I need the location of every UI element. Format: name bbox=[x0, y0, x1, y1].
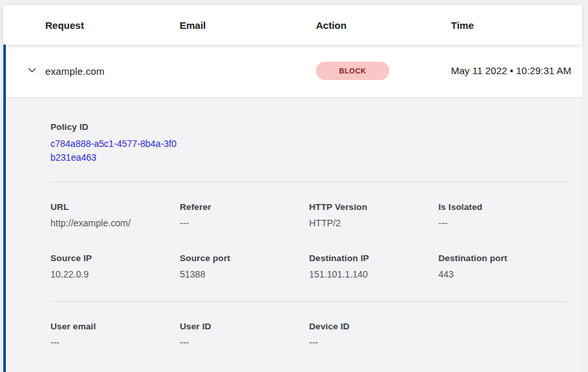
field-value: --- bbox=[50, 337, 180, 348]
field-label: HTTP Version bbox=[309, 202, 439, 212]
chevron-down-icon bbox=[27, 65, 37, 77]
request-cell: example.com bbox=[45, 66, 180, 77]
grid-spacer bbox=[439, 321, 568, 348]
column-header-email: Email bbox=[180, 20, 316, 31]
divider bbox=[50, 182, 568, 182]
field-value: --- bbox=[180, 218, 309, 228]
field-value: --- bbox=[309, 337, 439, 348]
field-label: User email bbox=[50, 321, 180, 331]
field-value: --- bbox=[439, 218, 568, 228]
column-header-time: Time bbox=[451, 20, 582, 31]
field-is-isolated: Is Isolated --- bbox=[439, 202, 568, 228]
field-label: Source port bbox=[180, 253, 309, 263]
details-grid-row-2: Source IP 10.22.0.9 Source port 51388 De… bbox=[50, 253, 568, 279]
field-source-ip: Source IP 10.22.0.9 bbox=[50, 253, 180, 279]
field-value: 10.22.0.9 bbox=[50, 269, 180, 279]
field-label: User ID bbox=[180, 321, 309, 331]
field-device-id: Device ID --- bbox=[309, 321, 439, 348]
table-row[interactable]: example.com BLOCK May 11 2022 • 10:29:31… bbox=[6, 45, 582, 98]
field-user-email: User email --- bbox=[50, 321, 180, 348]
block-action-badge: BLOCK bbox=[316, 62, 389, 80]
field-referer: Referer --- bbox=[180, 202, 309, 228]
action-cell: BLOCK bbox=[316, 62, 451, 80]
field-value: HTTP/2 bbox=[309, 218, 439, 228]
field-destination-ip: Destination IP 151.101.1.140 bbox=[309, 253, 439, 279]
collapse-row-button[interactable] bbox=[27, 65, 37, 77]
table-header-row: Request Email Action Time bbox=[3, 5, 582, 45]
field-label: Destination port bbox=[439, 253, 568, 263]
column-header-action: Action bbox=[316, 20, 451, 31]
field-url: URL http://example.com/ bbox=[50, 202, 180, 228]
field-destination-port: Destination port 443 bbox=[439, 253, 568, 279]
field-label: Destination IP bbox=[309, 253, 439, 263]
divider bbox=[50, 301, 568, 302]
expanded-row-group: example.com BLOCK May 11 2022 • 10:29:31… bbox=[3, 45, 582, 372]
field-label: Referer bbox=[180, 202, 309, 212]
field-http-version: HTTP Version HTTP/2 bbox=[309, 202, 439, 228]
field-value: --- bbox=[180, 337, 309, 348]
field-label: Is Isolated bbox=[439, 202, 568, 212]
policy-section: Policy ID c784a888-a5c1-4577-8b4a-3f0b23… bbox=[50, 122, 568, 165]
log-table: Request Email Action Time example.com BL… bbox=[3, 5, 582, 372]
field-value: 51388 bbox=[180, 269, 309, 279]
details-grid-row-3: User email --- User ID --- Device ID --- bbox=[50, 321, 568, 348]
field-label: Source IP bbox=[50, 253, 180, 263]
field-source-port: Source port 51388 bbox=[180, 253, 309, 279]
details-grid-row-1: URL http://example.com/ Referer --- HTTP… bbox=[50, 202, 568, 228]
column-header-request: Request bbox=[45, 20, 180, 31]
field-value: 151.101.1.140 bbox=[309, 269, 439, 279]
row-details-panel: Policy ID c784a888-a5c1-4577-8b4a-3f0b23… bbox=[6, 98, 582, 372]
field-value: 443 bbox=[439, 269, 568, 279]
field-label: Device ID bbox=[309, 321, 439, 331]
policy-id-link[interactable]: c784a888-a5c1-4577-8b4a-3f0b231ea463 bbox=[50, 137, 178, 165]
policy-id-label: Policy ID bbox=[50, 122, 568, 132]
time-cell: May 11 2022 • 10:29:31 AM bbox=[451, 63, 582, 79]
field-user-id: User ID --- bbox=[180, 321, 309, 348]
field-value: http://example.com/ bbox=[50, 218, 180, 228]
field-label: URL bbox=[50, 202, 180, 212]
